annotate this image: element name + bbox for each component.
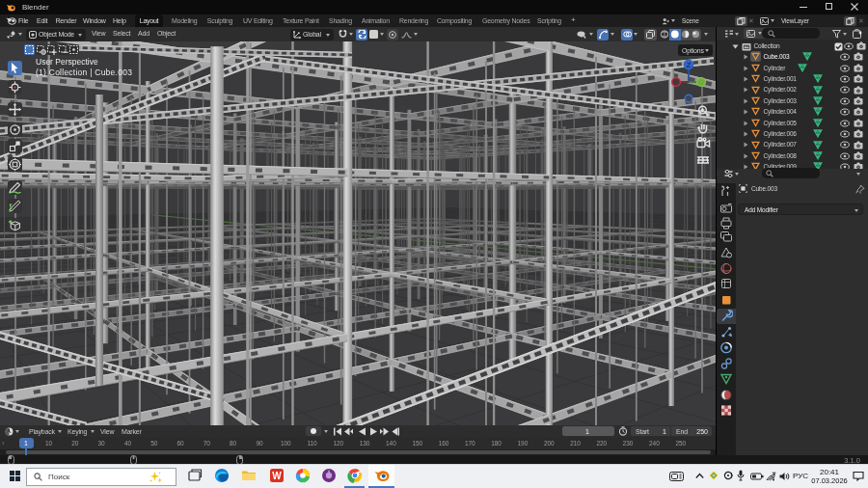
svg-text:W: W	[272, 471, 282, 481]
svg-text:Z: Z	[687, 61, 692, 69]
